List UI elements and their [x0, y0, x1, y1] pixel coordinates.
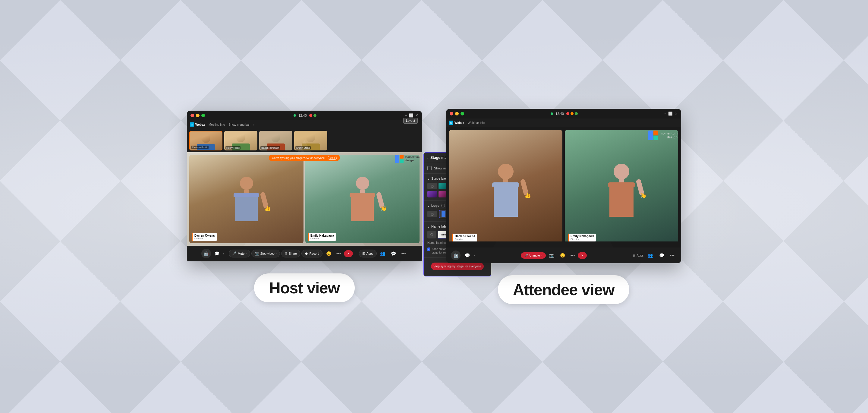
meeting-info-link[interactable]: Meeting info: [209, 123, 225, 126]
fade-checkbox[interactable]: ✓: [427, 247, 430, 251]
name-swatch-none[interactable]: ⊘: [427, 231, 436, 238]
mute-chevron[interactable]: ›: [246, 252, 247, 255]
webex-logo-icon: W: [190, 122, 194, 127]
webinar-info-link[interactable]: Webinar info: [468, 121, 485, 124]
minimize-button[interactable]: [196, 114, 199, 117]
att-video-btn[interactable]: 📷: [547, 250, 557, 260]
apps-button[interactable]: ⊞ Apps: [359, 249, 377, 258]
attendee-speaker2-hand: 👋: [639, 191, 647, 200]
record-button[interactable]: ⏺ Record: [301, 249, 322, 258]
mute-button[interactable]: 🎤 Mute ›: [229, 249, 250, 258]
status-dot-red: [309, 114, 312, 117]
toolbar-participants-btn[interactable]: 👥: [378, 249, 388, 258]
attendee-recording-indicator: [551, 113, 553, 115]
close-button[interactable]: [190, 114, 194, 117]
toolbar-chat2-btn[interactable]: 💬: [389, 249, 398, 258]
speaker1-arm: 👍: [260, 192, 269, 209]
attendee-chat-chevron[interactable]: ›: [474, 254, 475, 257]
attendee-apps-button[interactable]: ⊞ Apps: [633, 254, 644, 257]
att-more2-btn[interactable]: •••: [668, 252, 676, 259]
att-participants-btn[interactable]: 👥: [645, 250, 655, 260]
speaker2-neck: [360, 190, 365, 193]
name-label-preview-1: Name: [441, 234, 446, 236]
logo-chevron[interactable]: ∨: [427, 204, 430, 207]
attendee-webex-name: Webex: [455, 121, 464, 124]
sync-stop-button[interactable]: Stop: [328, 156, 337, 160]
toolbar-more2-btn[interactable]: •••: [400, 250, 408, 257]
attendee-speaker2-head: [614, 164, 629, 179]
attendee-speaker1-head: [498, 164, 514, 179]
stage-overlay-1: 👍: [189, 155, 304, 243]
show-active-speaker-checkbox[interactable]: [427, 166, 432, 170]
toolbar-assistant-btn[interactable]: 🤖: [201, 249, 211, 258]
close-icon[interactable]: ✕: [415, 113, 418, 118]
panel-chevron: ›: [427, 155, 429, 160]
mute-label: Mute: [238, 252, 244, 255]
toolbar-chat-btn[interactable]: 💬: [212, 249, 222, 258]
share-label: Share: [289, 252, 297, 255]
swatch-none[interactable]: ⊘: [427, 183, 437, 189]
window-chrome-host: 12:40 − ⬜ ✕: [187, 111, 422, 120]
attendee-maximize-button[interactable]: [461, 112, 464, 115]
attendee-momentum-line1: momentum: [660, 131, 678, 135]
record-label: Record: [310, 252, 319, 255]
logo-label: Logo: [431, 204, 439, 207]
att-chat2-btn[interactable]: 💬: [657, 250, 666, 260]
attendee-speaker2-shoulders: [608, 182, 635, 186]
window-chrome-attendee: 12:40 − ⬜ ✕: [446, 109, 681, 118]
attendee-restore-icon[interactable]: ⬜: [668, 112, 673, 116]
attendee-chat-btn[interactable]: 💬: [462, 250, 472, 260]
toolbar-more-btn[interactable]: •••: [335, 250, 343, 257]
minimize-icon[interactable]: −: [405, 113, 407, 118]
layout-button[interactable]: Layout: [403, 118, 418, 124]
host-view-container: 12:40 − ⬜ ✕ W Webex Meeting info Show me…: [187, 111, 422, 302]
speaker1-torso: [235, 197, 258, 221]
speaker1-hand: 👍: [264, 204, 272, 212]
attendee-minimize-button[interactable]: [455, 112, 459, 115]
svg-rect-2: [400, 159, 404, 163]
stop-video-icon: 📷: [255, 252, 259, 256]
att-toolbar-right: ⊞ Apps 👥 💬 •••: [633, 250, 676, 260]
share-button[interactable]: ⬆ Share: [281, 249, 300, 258]
attendee-close-button[interactable]: [450, 112, 453, 115]
att-emoji-btn[interactable]: 😊: [558, 250, 567, 260]
toolbar-chat-chevron[interactable]: ›: [223, 252, 224, 255]
participant-thumb-1[interactable]: Clarissa Smith: [189, 131, 222, 150]
stage-area-host: You're syncing your stage view for every…: [187, 152, 422, 246]
logo-info-icon[interactable]: i: [441, 204, 445, 207]
attendee-window-controls: [450, 112, 464, 115]
stage-content: 👍 Darren Owens Director: [187, 152, 422, 246]
momentum-text: momentum design: [405, 155, 420, 162]
logo-swatch-none[interactable]: ⊘: [427, 211, 437, 217]
apps-label: Apps: [367, 252, 373, 255]
attendee-speaker1-neck: [503, 179, 508, 182]
attendee-end-call-button[interactable]: ✕: [578, 252, 587, 259]
svg-rect-7: [653, 130, 658, 135]
swatch-purple[interactable]: [427, 191, 437, 198]
maximize-button[interactable]: [201, 114, 205, 117]
show-menu-chevron[interactable]: ›: [253, 123, 254, 126]
attendee-speaker2-title: Director: [570, 238, 594, 241]
recording-indicator: [293, 114, 296, 117]
attendee-status-red: [566, 112, 569, 115]
attendee-stage: momentum design 👍: [446, 127, 681, 247]
att-toolbar-center: 🎤 Unmute › 📷 😊 ••• ✕: [521, 250, 587, 260]
stop-video-button[interactable]: 📷 Stop video ›: [251, 249, 280, 258]
window-body-host: Clarissa Smith Henry Riggs Isabelle Bren…: [187, 129, 422, 261]
speaker1-head: [240, 177, 253, 190]
unmute-button[interactable]: 🎤 Unmute ›: [521, 252, 546, 259]
attendee-close-icon[interactable]: ✕: [675, 112, 678, 116]
stop-video-chevron[interactable]: ›: [276, 252, 277, 255]
attendee-speaker1-shoulders: [492, 182, 519, 186]
stage-bg-chevron[interactable]: ∨: [427, 177, 430, 180]
svg-rect-1: [400, 155, 404, 158]
toolbar-emoji-btn[interactable]: 😊: [324, 249, 333, 258]
show-menu-bar-link[interactable]: Show menu bar: [229, 123, 250, 126]
restore-icon[interactable]: ⬜: [409, 113, 413, 118]
attendee-minimize-icon[interactable]: −: [664, 112, 666, 116]
name-label-chevron[interactable]: ∨: [427, 225, 430, 228]
end-call-button[interactable]: ✕: [344, 250, 353, 257]
webex-logo: W Webex: [190, 122, 205, 127]
attendee-assistant-btn[interactable]: 🤖: [451, 250, 461, 260]
att-more-btn[interactable]: •••: [569, 252, 577, 259]
